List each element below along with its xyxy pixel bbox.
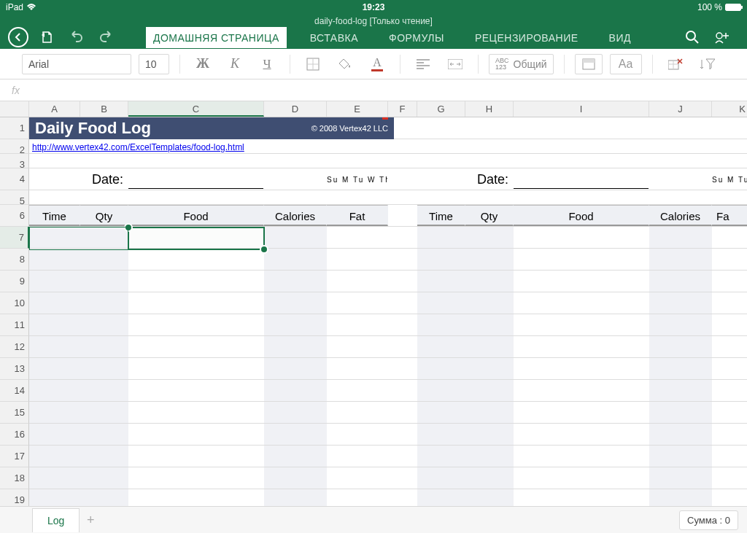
sheet-tab[interactable]: Log bbox=[32, 508, 80, 532]
date-field[interactable] bbox=[514, 171, 649, 189]
table-row[interactable] bbox=[29, 467, 747, 489]
underline-button[interactable]: Ч bbox=[255, 54, 279, 74]
col-qty: Qty bbox=[465, 205, 514, 226]
title-banner: Daily Food Log © 2008 Vertex42 LLC bbox=[29, 117, 394, 139]
col-header[interactable]: C bbox=[128, 101, 264, 117]
file-button[interactable] bbox=[36, 26, 58, 48]
number-format-select[interactable]: ABC123 Общий bbox=[489, 54, 554, 74]
weekdays: Su M Tu W Th F Sa bbox=[327, 168, 388, 190]
share-button[interactable] bbox=[711, 26, 732, 48]
row-header[interactable]: 12 bbox=[0, 336, 29, 358]
select-all-corner[interactable] bbox=[0, 101, 29, 117]
table-row[interactable] bbox=[29, 292, 747, 314]
col-header[interactable]: I bbox=[514, 101, 649, 117]
fx-label: fx bbox=[12, 85, 20, 96]
row-header[interactable]: 10 bbox=[0, 292, 29, 314]
row-header[interactable]: 16 bbox=[0, 424, 29, 446]
row-header[interactable]: 17 bbox=[0, 446, 29, 467]
italic-button[interactable]: К bbox=[222, 54, 247, 74]
insert-delete-button[interactable] bbox=[663, 54, 688, 74]
row-header[interactable]: 7 bbox=[0, 227, 29, 249]
font-color-button[interactable]: A bbox=[365, 54, 390, 74]
back-icon bbox=[8, 27, 28, 47]
cell-styles-button[interactable] bbox=[575, 54, 603, 74]
spreadsheet-grid[interactable]: A B C D E F G H I J K 1 2 3 4 5 6 7 8 9 … bbox=[0, 101, 747, 533]
table-row[interactable] bbox=[29, 446, 747, 467]
tab-review[interactable]: РЕЦЕНЗИРОВАНИЕ bbox=[468, 27, 586, 48]
col-time: Time bbox=[417, 205, 465, 226]
date-label: Date: bbox=[465, 168, 514, 190]
row-header[interactable]: 6 bbox=[0, 205, 29, 227]
col-food: Food bbox=[514, 205, 649, 226]
sort-filter-button[interactable] bbox=[695, 54, 720, 74]
row-header[interactable]: 3 bbox=[0, 154, 29, 168]
col-header[interactable]: K bbox=[712, 101, 747, 117]
row-header[interactable]: 2 bbox=[0, 139, 29, 154]
row-header[interactable]: 14 bbox=[0, 380, 29, 402]
add-sheet-button[interactable]: + bbox=[80, 513, 101, 528]
row-header[interactable]: 13 bbox=[0, 358, 29, 380]
font-size-select[interactable]: 10 bbox=[139, 54, 169, 74]
col-header[interactable]: E bbox=[327, 101, 388, 117]
copyright: © 2008 Vertex42 LLC bbox=[311, 124, 388, 133]
tab-home[interactable]: ДОМАШНЯЯ СТРАНИЦА bbox=[146, 27, 287, 48]
row-header[interactable]: 5 bbox=[0, 190, 29, 205]
col-cal: Calories bbox=[649, 205, 712, 226]
table-row bbox=[29, 190, 747, 205]
ribbon-tabs: ДОМАШНЯЯ СТРАНИЦА ВСТАВКА ФОРМУЛЫ РЕЦЕНЗ… bbox=[146, 26, 638, 48]
table-row[interactable] bbox=[29, 358, 747, 380]
template-link[interactable]: http://www.vertex42.com/ExcelTemplates/f… bbox=[29, 139, 394, 153]
col-header[interactable]: D bbox=[264, 101, 327, 117]
table-row[interactable] bbox=[29, 402, 747, 424]
cells-area[interactable]: Daily Food Log © 2008 Vertex42 LLC http:… bbox=[29, 117, 747, 511]
table-row: Time Qty Food Calories Fat Time Qty Food… bbox=[29, 205, 747, 227]
table-row[interactable] bbox=[29, 424, 747, 446]
table-row[interactable] bbox=[29, 227, 747, 249]
row-header[interactable]: 18 bbox=[0, 467, 29, 489]
bold-button[interactable]: Ж bbox=[190, 54, 215, 74]
table-row: Date: Su M Tu W Th F Sa Date: Su M Tu W … bbox=[29, 168, 747, 190]
table-row[interactable] bbox=[29, 314, 747, 336]
clock: 19:23 bbox=[363, 2, 385, 12]
align-button[interactable] bbox=[411, 54, 436, 74]
col-food: Food bbox=[128, 205, 264, 226]
search-button[interactable] bbox=[681, 26, 703, 48]
col-header[interactable]: F bbox=[388, 101, 417, 117]
fill-color-button[interactable] bbox=[333, 54, 357, 74]
table-row[interactable] bbox=[29, 380, 747, 402]
text-styles-button[interactable]: Aa bbox=[610, 54, 642, 74]
redo-button[interactable] bbox=[95, 26, 117, 48]
sheet-tab-bar: Log + Сумма : 0 bbox=[0, 506, 747, 533]
column-headers: A B C D E F G H I J K bbox=[0, 101, 747, 117]
col-cal: Calories bbox=[264, 205, 327, 226]
back-button[interactable] bbox=[7, 26, 29, 48]
borders-button[interactable] bbox=[301, 54, 325, 74]
row-header[interactable]: 1 bbox=[0, 117, 29, 139]
row-headers: 1 2 3 4 5 6 7 8 9 10 11 12 13 14 15 16 1… bbox=[0, 117, 29, 511]
date-field[interactable] bbox=[128, 171, 263, 189]
tab-formulas[interactable]: ФОРМУЛЫ bbox=[382, 27, 452, 48]
col-header[interactable]: J bbox=[649, 101, 712, 117]
col-header[interactable]: A bbox=[29, 101, 80, 117]
tab-view[interactable]: ВИД bbox=[602, 27, 638, 48]
col-fat: Fa bbox=[712, 205, 747, 226]
row-header[interactable]: 11 bbox=[0, 314, 29, 336]
table-row bbox=[29, 154, 747, 168]
status-summary[interactable]: Сумма : 0 bbox=[679, 510, 738, 530]
table-row[interactable] bbox=[29, 249, 747, 271]
col-header[interactable]: G bbox=[417, 101, 465, 117]
formula-bar[interactable]: fx bbox=[0, 79, 747, 101]
table-row[interactable] bbox=[29, 336, 747, 358]
wifi-icon bbox=[26, 4, 36, 11]
table-row[interactable] bbox=[29, 271, 747, 292]
row-header[interactable]: 4 bbox=[0, 168, 29, 190]
row-header[interactable]: 9 bbox=[0, 271, 29, 292]
col-header[interactable]: H bbox=[465, 101, 514, 117]
undo-button[interactable] bbox=[66, 26, 88, 48]
row-header[interactable]: 8 bbox=[0, 249, 29, 271]
tab-insert[interactable]: ВСТАВКА bbox=[303, 27, 365, 48]
row-header[interactable]: 15 bbox=[0, 402, 29, 424]
col-header[interactable]: B bbox=[80, 101, 128, 117]
font-name-select[interactable]: Arial bbox=[22, 54, 131, 74]
merge-button[interactable] bbox=[443, 54, 468, 74]
